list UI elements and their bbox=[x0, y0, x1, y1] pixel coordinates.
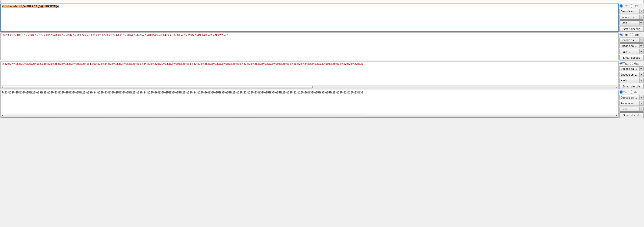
horizontal-scrollbar[interactable]: ◄► bbox=[1, 114, 619, 118]
hash-dropdown[interactable]: Hash ... bbox=[620, 49, 643, 54]
decode-as-label: Decode as ... bbox=[621, 96, 637, 99]
radio-text-caption: Text bbox=[623, 33, 628, 36]
radio-hex-caption: Hex bbox=[634, 33, 639, 36]
format-radio-group: Text Hex bbox=[620, 33, 643, 36]
highlighted-text: a' union select 1,''+(SELECT @@VERSION)+… bbox=[2, 5, 59, 8]
hash-dropdown[interactable]: Hash ... bbox=[620, 78, 643, 83]
hash-dropdown[interactable]: Hash ... bbox=[620, 107, 643, 112]
decode-as-label: Decode as ... bbox=[621, 67, 637, 70]
radio-text-caption: Text bbox=[623, 5, 628, 8]
encode-as-dropdown[interactable]: Encode as ... bbox=[620, 15, 643, 20]
radio-hex[interactable] bbox=[630, 33, 633, 36]
hash-label: Hash ... bbox=[621, 108, 630, 111]
controls-column: Text Hex Decode as ... Encode as ... Has… bbox=[620, 4, 643, 32]
decoder-panel-row: %61%27%20%75%6e%69%6f%6e%20%73%65%6c%65%… bbox=[1, 33, 643, 60]
dropdown-arrow-icon bbox=[639, 38, 643, 42]
decoder-panel-row: %32%37%25%32%62%25%32%38%25%35%33%25%34%… bbox=[1, 61, 643, 89]
encode-as-dropdown[interactable]: Encode as ... bbox=[620, 72, 643, 77]
hash-dropdown[interactable]: Hash ... bbox=[620, 20, 643, 25]
hash-label: Hash ... bbox=[621, 21, 630, 24]
top-strip bbox=[1, 1, 643, 3]
controls-column: Text Hex Decode as ... Encode as ... Has… bbox=[620, 33, 643, 60]
horizontal-scrollbar[interactable]: ◄► bbox=[1, 85, 619, 89]
radio-text-label[interactable]: Text bbox=[620, 62, 628, 65]
dropdown-arrow-icon bbox=[639, 72, 643, 77]
smart-decode-button[interactable]: Smart decode bbox=[620, 55, 643, 60]
scroll-right-icon[interactable]: ► bbox=[615, 86, 618, 89]
encode-as-label: Encode as ... bbox=[621, 44, 637, 47]
radio-hex-label[interactable]: Hex bbox=[630, 33, 639, 36]
dropdown-arrow-icon bbox=[639, 95, 643, 100]
encode-as-dropdown[interactable]: Encode as ... bbox=[620, 101, 643, 106]
radio-text[interactable] bbox=[620, 62, 623, 65]
dropdown-arrow-icon bbox=[639, 9, 643, 14]
radio-text[interactable] bbox=[620, 90, 623, 94]
scroll-left-icon[interactable]: ◄ bbox=[1, 114, 4, 117]
scrollbar-thumb[interactable] bbox=[4, 86, 313, 88]
radio-hex-caption: Hex bbox=[634, 5, 639, 8]
scroll-left-icon[interactable]: ◄ bbox=[1, 86, 4, 89]
text-area-wrapper: %61%27%20%75%6e%69%6f%6e%20%73%65%6c%65%… bbox=[1, 33, 619, 60]
decoder-panel-row: a' union select 1,''+(SELECT @@VERSION)+… bbox=[1, 4, 643, 32]
scroll-right-icon[interactable]: ► bbox=[615, 114, 618, 117]
hash-label: Hash ... bbox=[621, 50, 630, 53]
radio-text-label[interactable]: Text bbox=[620, 90, 628, 94]
radio-hex-label[interactable]: Hex bbox=[630, 90, 639, 94]
dropdown-arrow-icon bbox=[639, 107, 643, 111]
decoder-panel-row: %33%32%25%32%35%25%33%35%25%33%33%25%32%… bbox=[1, 90, 643, 118]
controls-column: Text Hex Decode as ... Encode as ... Has… bbox=[620, 61, 643, 89]
radio-hex-caption: Hex bbox=[634, 62, 639, 65]
dropdown-arrow-icon bbox=[639, 15, 643, 19]
decode-as-dropdown[interactable]: Decode as ... bbox=[620, 9, 643, 14]
radio-text-label[interactable]: Text bbox=[620, 33, 628, 36]
encode-as-label: Encode as ... bbox=[621, 102, 637, 105]
format-radio-group: Text Hex bbox=[620, 4, 643, 8]
dropdown-arrow-icon bbox=[639, 21, 643, 25]
scrollbar-thumb[interactable] bbox=[362, 115, 615, 117]
radio-text-caption: Text bbox=[623, 62, 628, 65]
decoder-text-area[interactable]: %33%32%25%32%35%25%33%35%25%33%33%25%32%… bbox=[1, 90, 619, 114]
controls-column: Text Hex Decode as ... Encode as ... Has… bbox=[620, 90, 643, 118]
text-area-wrapper: %32%37%25%32%62%25%32%38%25%35%33%25%34%… bbox=[1, 61, 619, 89]
dropdown-arrow-icon bbox=[639, 67, 643, 71]
radio-hex[interactable] bbox=[630, 4, 633, 8]
decode-as-label: Decode as ... bbox=[621, 10, 637, 13]
decoder-text-area[interactable]: a' union select 1,''+(SELECT @@VERSION)+… bbox=[1, 4, 619, 31]
text-area-wrapper: a' union select 1,''+(SELECT @@VERSION)+… bbox=[1, 4, 619, 32]
radio-hex[interactable] bbox=[630, 90, 633, 94]
format-radio-group: Text Hex bbox=[620, 62, 643, 65]
radio-text-caption: Text bbox=[623, 91, 628, 94]
dropdown-arrow-icon bbox=[639, 78, 643, 83]
decoder-text-area[interactable]: %32%37%25%32%62%25%32%38%25%35%33%25%34%… bbox=[1, 61, 619, 85]
decode-as-label: Decode as ... bbox=[621, 39, 637, 42]
encode-as-label: Encode as ... bbox=[621, 73, 637, 76]
format-radio-group: Text Hex bbox=[620, 90, 643, 94]
smart-decode-button[interactable]: Smart decode bbox=[620, 84, 643, 89]
radio-hex[interactable] bbox=[630, 62, 633, 65]
smart-decode-button[interactable]: Smart decode bbox=[620, 26, 643, 32]
decode-as-dropdown[interactable]: Decode as ... bbox=[620, 66, 643, 71]
encode-as-label: Encode as ... bbox=[621, 16, 637, 19]
dropdown-arrow-icon bbox=[639, 44, 643, 48]
encode-as-dropdown[interactable]: Encode as ... bbox=[620, 43, 643, 48]
radio-hex-label[interactable]: Hex bbox=[630, 4, 639, 8]
text-area-wrapper: %33%32%25%32%35%25%33%35%25%33%33%25%32%… bbox=[1, 90, 619, 118]
radio-hex-caption: Hex bbox=[634, 91, 639, 94]
radio-text[interactable] bbox=[620, 4, 623, 8]
radio-text[interactable] bbox=[620, 33, 623, 36]
dropdown-arrow-icon bbox=[639, 101, 643, 106]
decoder-text-area[interactable]: %61%27%20%75%6e%69%6f%6e%20%73%65%6c%65%… bbox=[1, 33, 619, 60]
decode-as-dropdown[interactable]: Decode as ... bbox=[620, 95, 643, 100]
radio-text-label[interactable]: Text bbox=[620, 4, 628, 8]
smart-decode-button[interactable]: Smart decode bbox=[620, 112, 643, 118]
radio-hex-label[interactable]: Hex bbox=[630, 62, 639, 65]
decode-as-dropdown[interactable]: Decode as ... bbox=[620, 38, 643, 43]
dropdown-arrow-icon bbox=[639, 49, 643, 54]
hash-label: Hash ... bbox=[621, 79, 630, 82]
